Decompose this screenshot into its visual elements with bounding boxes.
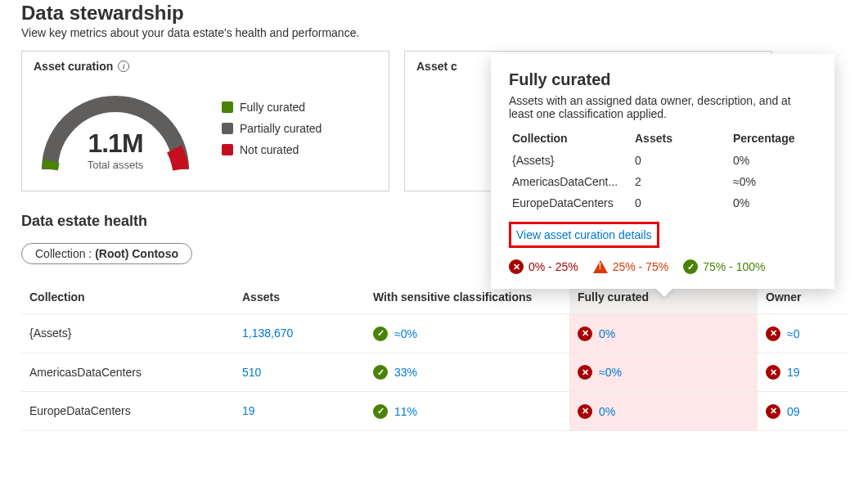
table-row: {Assets}00%	[509, 150, 816, 171]
table-row: AmericasDataCent...2≈0%	[509, 171, 816, 192]
cell-assets: 2	[632, 171, 730, 192]
cell-assets[interactable]: 1,138,670	[234, 314, 365, 353]
cell-percentage: 0%	[730, 192, 816, 214]
legend-not: Not curated	[240, 143, 299, 156]
cell-fully[interactable]: ✕0%	[569, 314, 758, 353]
col-collection[interactable]: Collection	[21, 281, 234, 314]
curation-gauge: 1.1M Total assets	[34, 79, 197, 178]
cell-collection: EuropeDataCenters	[509, 192, 632, 214]
info-icon[interactable]: i	[118, 61, 129, 72]
fully-curated-popover: Fully curated Assets with an assigned da…	[491, 54, 834, 289]
asset-curation-card: Asset curation i 1.1M Total assets	[21, 51, 389, 191]
cross-icon: ✕	[509, 259, 524, 274]
cell-collection: AmericasDataCent...	[509, 171, 632, 192]
gauge-legend: Fully curated Partially curated Not cura…	[222, 101, 322, 156]
cell-sensitive[interactable]: ✓≈0%	[365, 314, 569, 353]
check-icon: ✓	[373, 404, 388, 419]
table-row: AmericasDataCenters510✓33%✕≈0%✕19	[21, 353, 847, 392]
popover-table: Collection Assets Percentage {Assets}00%…	[509, 128, 816, 214]
cell-sensitive[interactable]: ✓33%	[365, 353, 569, 392]
cell-owner[interactable]: ✕19	[758, 353, 847, 392]
health-table: Collection Assets With sensitive classif…	[21, 281, 847, 431]
cell-collection: {Assets}	[21, 314, 234, 353]
scale-high: 75% - 100%	[703, 260, 765, 273]
pop-col-assets: Assets	[632, 128, 730, 150]
popover-desc: Assets with an assigned data owner, desc…	[509, 94, 816, 120]
gauge-total-label: Total assets	[34, 159, 197, 171]
legend-partial: Partially curated	[240, 122, 322, 135]
check-icon: ✓	[683, 259, 698, 274]
gauge-total-value: 1.1M	[34, 128, 197, 159]
cell-fully[interactable]: ✕≈0%	[569, 353, 758, 392]
cell-assets[interactable]: 510	[234, 353, 365, 392]
cross-icon: ✕	[766, 326, 780, 341]
second-card-title: Asset c	[416, 60, 457, 73]
scale-low: 0% - 25%	[528, 260, 578, 273]
warning-icon	[593, 260, 608, 273]
cell-owner[interactable]: ✕≈0	[758, 314, 847, 353]
page-subtitle: View key metrics about your data estate'…	[21, 26, 847, 39]
highlight-annotation: View asset curation details	[509, 222, 659, 248]
page-title: Data stewardship	[21, 2, 847, 25]
swatch-fully	[222, 101, 233, 113]
cell-collection: AmericasDataCenters	[21, 353, 234, 392]
cross-icon: ✕	[578, 365, 592, 380]
check-icon: ✓	[373, 365, 388, 380]
cell-assets: 0	[632, 192, 730, 214]
cell-sensitive[interactable]: ✓11%	[365, 392, 569, 431]
color-scale-legend: ✕0% - 25% 25% - 75% ✓75% - 100%	[509, 259, 816, 274]
cell-collection: {Assets}	[509, 150, 632, 171]
legend-fully: Fully curated	[240, 101, 305, 114]
cell-collection: EuropeDataCenters	[21, 392, 234, 431]
popover-title: Fully curated	[509, 70, 816, 89]
popover-arrow	[654, 287, 674, 297]
cell-fully[interactable]: ✕0%	[569, 392, 758, 431]
cell-percentage: ≈0%	[730, 171, 816, 192]
cell-owner[interactable]: ✕09	[758, 392, 847, 431]
pop-col-percentage: Percentage	[730, 128, 816, 150]
table-row: EuropeDataCenters19✓11%✕0%✕09	[21, 392, 847, 431]
view-details-link[interactable]: View asset curation details	[516, 228, 652, 241]
pop-col-collection: Collection	[509, 128, 632, 150]
check-icon: ✓	[373, 326, 388, 341]
collection-filter-pill[interactable]: Collection : (Root) Contoso	[21, 243, 192, 264]
swatch-not	[222, 144, 233, 155]
cell-percentage: 0%	[730, 150, 816, 171]
cross-icon: ✕	[578, 326, 592, 341]
cross-icon: ✕	[766, 365, 780, 380]
cross-icon: ✕	[578, 404, 592, 419]
scale-mid: 25% - 75%	[613, 260, 668, 273]
table-row: {Assets}1,138,670✓≈0%✕0%✕≈0	[21, 314, 847, 353]
table-row: EuropeDataCenters00%	[509, 192, 816, 214]
cell-assets: 0	[632, 150, 730, 171]
swatch-partial	[222, 123, 233, 134]
filter-label: Collection :	[35, 247, 95, 260]
filter-value: (Root) Contoso	[95, 247, 178, 260]
cell-assets[interactable]: 19	[234, 392, 365, 431]
card-title-text: Asset curation	[34, 60, 113, 73]
cross-icon: ✕	[766, 404, 780, 419]
col-assets[interactable]: Assets	[234, 281, 365, 314]
